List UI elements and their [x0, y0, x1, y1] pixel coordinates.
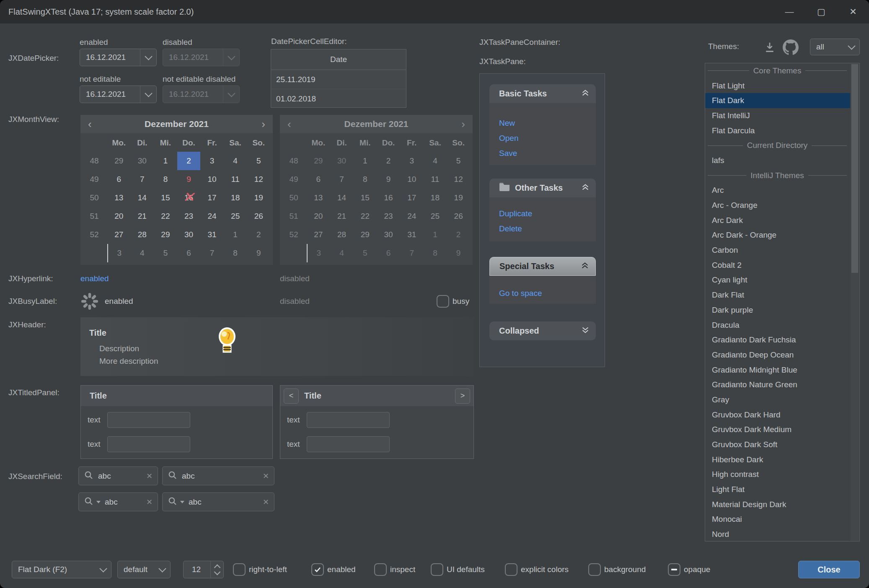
taskpane-header[interactable]: Special Tasks	[489, 257, 596, 276]
day-cell[interactable]: 4	[131, 244, 154, 262]
day-cell[interactable]: 10	[200, 170, 224, 189]
theme-item-flat-darcula[interactable]: Flat Darcula	[705, 123, 850, 138]
taskpane-link-new[interactable]: New	[489, 116, 596, 131]
theme-item-flat-intellij[interactable]: Flat IntelliJ	[705, 108, 850, 123]
clear-icon[interactable]: ✕	[146, 497, 153, 507]
theme-item-gradianto-dark-fuchsia[interactable]: Gradianto Dark Fuchsia	[705, 332, 850, 347]
taskpane-link-go-to-space[interactable]: Go to space	[489, 286, 596, 301]
panel-right-button[interactable]: >	[455, 389, 470, 404]
datepicker-not-editable[interactable]: 16.12.2021	[80, 85, 157, 103]
theme-item-gruvbox-dark-hard[interactable]: Gruvbox Dark Hard	[705, 407, 850, 422]
day-cell[interactable]: 23	[177, 207, 201, 225]
theme-item-dark-flat[interactable]: Dark Flat	[705, 288, 850, 303]
day-cell[interactable]: 5	[154, 244, 177, 262]
day-cell[interactable]: 21	[131, 207, 154, 225]
minimize-button[interactable]: —	[773, 0, 805, 23]
search-field[interactable]: abc ✕	[162, 466, 274, 485]
spinner-buttons[interactable]	[210, 561, 223, 578]
day-cell[interactable]: 28	[131, 225, 154, 244]
next-month-icon[interactable]: ›	[261, 119, 265, 130]
search-field[interactable]: abc ✕	[78, 466, 158, 485]
day-cell[interactable]: 11	[224, 170, 247, 189]
enabled-checkbox[interactable]	[311, 563, 324, 576]
day-cell[interactable]: 6	[107, 170, 131, 189]
day-cell[interactable]: 14	[131, 189, 154, 207]
text-field[interactable]	[107, 412, 190, 428]
theme-item-arc-dark[interactable]: Arc Dark	[705, 213, 850, 228]
opaque-checkbox[interactable]	[668, 563, 680, 576]
theme-item-light-flat[interactable]: Light Flat	[705, 482, 850, 497]
theme-item-gruvbox-dark-soft[interactable]: Gruvbox Dark Soft	[705, 437, 850, 452]
theme-item-monocai[interactable]: Monocai	[705, 512, 850, 527]
theme-item-gradianto-deep-ocean[interactable]: Gradianto Deep Ocean	[705, 347, 850, 363]
theme-item-arc-orange[interactable]: Arc - Orange	[705, 198, 850, 213]
theme-item-flat-light[interactable]: Flat Light	[705, 78, 850, 93]
day-cell[interactable]: 24	[200, 207, 224, 225]
day-cell[interactable]: 8	[154, 170, 177, 189]
taskpane-link-duplicate[interactable]: Duplicate	[489, 206, 596, 221]
day-cell[interactable]: 29	[154, 225, 177, 244]
theme-item-flat-dark[interactable]: Flat Dark	[705, 93, 850, 108]
day-cell[interactable]: 3	[107, 244, 131, 262]
text-field[interactable]	[107, 436, 190, 452]
day-cell[interactable]: 29	[107, 152, 131, 170]
explicit-colors-checkbox[interactable]	[505, 563, 517, 576]
day-cell[interactable]: 9	[177, 170, 201, 189]
search-field-with-menu[interactable]: abc ✕	[78, 492, 158, 511]
theme-item-dark-purple[interactable]: Dark purple	[705, 303, 850, 318]
day-cell[interactable]: 25	[224, 207, 247, 225]
day-cell[interactable]: 16✕	[177, 189, 201, 207]
day-cell[interactable]: 18	[224, 189, 247, 207]
theme-item-carbon[interactable]: Carbon	[705, 243, 850, 258]
table-row[interactable]: 01.02.2018	[271, 89, 406, 108]
inspect-checkbox[interactable]	[374, 563, 387, 576]
datepicker-enabled[interactable]: 16.12.2021	[80, 49, 157, 66]
scrollbar-track[interactable]	[851, 64, 859, 541]
day-cell[interactable]: 27	[107, 225, 131, 244]
theme-item-arc-dark-orange[interactable]: Arc Dark - Orange	[705, 228, 850, 243]
themes-filter-combo[interactable]: all	[810, 39, 860, 55]
day-cell[interactable]: 2	[247, 225, 270, 244]
right-to-left-checkbox[interactable]	[233, 563, 246, 576]
github-icon[interactable]	[783, 39, 799, 55]
taskpane-link-delete[interactable]: Delete	[489, 221, 596, 236]
taskpane-header[interactable]: Other Tasks	[489, 179, 596, 197]
day-cell[interactable]: 17	[200, 189, 224, 207]
taskpane-header[interactable]: Collapsed	[489, 321, 596, 340]
day-cell[interactable]: 4	[224, 152, 247, 170]
maximize-button[interactable]: ▢	[805, 0, 837, 23]
download-icon[interactable]	[763, 41, 776, 54]
toolbar-style-combo[interactable]: default	[117, 561, 171, 578]
theme-item-gradianto-midnight-blue[interactable]: Gradianto Midnight Blue	[705, 363, 850, 378]
search-field-with-menu[interactable]: abc ✕	[162, 492, 274, 511]
day-cell[interactable]: 12	[247, 170, 270, 189]
day-cell[interactable]: 13	[107, 189, 131, 207]
day-cell[interactable]: 30	[131, 152, 154, 170]
clear-icon[interactable]: ✕	[146, 471, 153, 481]
theme-item-cyan-light[interactable]: Cyan light	[705, 273, 850, 288]
day-cell[interactable]: 7	[200, 244, 224, 262]
day-cell[interactable]: 5	[247, 152, 270, 170]
theme-item-material-design-dark[interactable]: Material Design Dark	[705, 497, 850, 512]
background-checkbox[interactable]	[588, 563, 601, 576]
hyperlink-enabled[interactable]: enabled	[80, 274, 109, 283]
scrollbar-thumb[interactable]	[851, 64, 858, 273]
clear-icon[interactable]: ✕	[263, 497, 269, 507]
text-field[interactable]	[307, 412, 390, 428]
day-cell[interactable]: 8	[224, 244, 247, 262]
clear-icon[interactable]: ✕	[263, 471, 269, 481]
close-button[interactable]: Close	[798, 561, 860, 578]
theme-item-gruvbox-dark-medium[interactable]: Gruvbox Dark Medium	[705, 422, 850, 438]
theme-item-gradianto-nature-green[interactable]: Gradianto Nature Green	[705, 377, 850, 392]
day-cell[interactable]: 20	[107, 207, 131, 225]
taskpane-header[interactable]: Basic Tasks	[489, 84, 596, 103]
theme-item-gray[interactable]: Gray	[705, 392, 850, 407]
table-row[interactable]: 25.11.2019	[271, 70, 406, 89]
theme-item-nord[interactable]: Nord	[705, 527, 850, 541]
day-cell[interactable]: 15	[154, 189, 177, 207]
taskpane-link-save[interactable]: Save	[489, 146, 596, 161]
busy-checkbox[interactable]	[437, 295, 449, 308]
day-cell[interactable]: 2	[177, 152, 201, 170]
close-window-button[interactable]: ✕	[837, 0, 869, 23]
prev-month-icon[interactable]: ‹	[88, 119, 92, 130]
